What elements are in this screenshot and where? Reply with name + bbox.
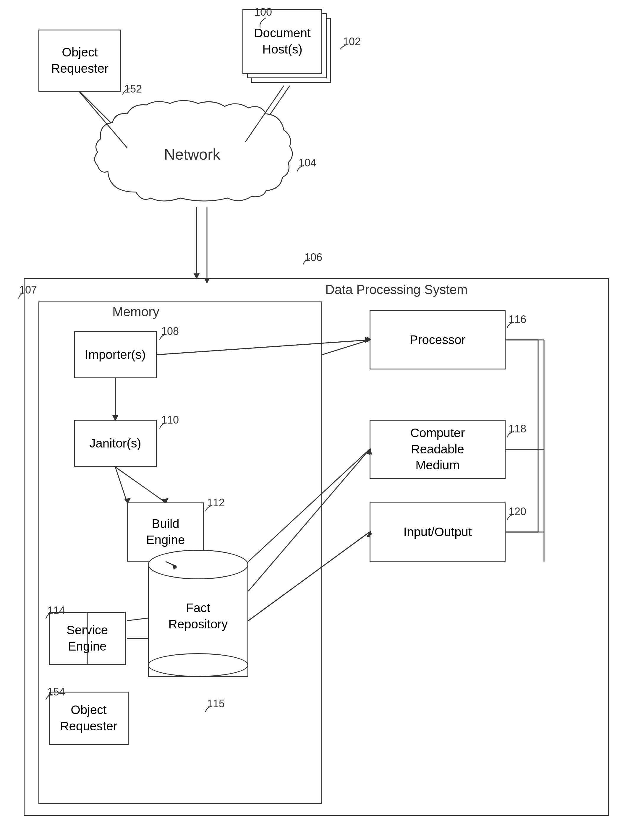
processor-box: Processor — [370, 310, 506, 369]
ref-154-arrow — [44, 693, 55, 701]
service-engine-box: ServiceEngine — [49, 612, 126, 665]
diagram-container: DocumentHost(s) 100 102 ObjectRequester … — [0, 0, 633, 840]
cylinder-top — [148, 550, 248, 579]
dps-label: Data Processing System — [325, 282, 468, 297]
ref-106-arrow — [302, 257, 312, 266]
ref-152-arrow — [121, 87, 131, 96]
ref-118-arrow — [506, 430, 516, 439]
cylinder-body: FactRepository — [148, 565, 248, 677]
fact-repository-label: FactRepository — [169, 601, 228, 631]
janitors-box: Janitor(s) — [74, 420, 157, 467]
object-requester-top: ObjectRequester — [38, 30, 121, 92]
document-host-label: DocumentHost(s) — [254, 26, 310, 56]
svg-text:Network: Network — [164, 146, 221, 163]
document-host-stack: DocumentHost(s) — [242, 9, 337, 86]
ref-102-arrow — [339, 43, 350, 52]
crm-box: ComputerReadableMedium — [370, 420, 506, 479]
object-requester-bottom-box: ObjectRequester — [49, 692, 128, 745]
network-cloud: Network — [92, 98, 293, 207]
importers-box: Importer(s) — [74, 331, 157, 378]
ref-114-arrow — [44, 611, 55, 620]
doc-page-front: DocumentHost(s) — [242, 9, 322, 74]
cylinder-bottom — [148, 653, 248, 677]
ref-115-arrow — [204, 704, 214, 713]
ref-116-arrow — [506, 321, 516, 330]
ref-104-arrow — [296, 164, 306, 173]
io-box: Input/Output — [370, 502, 506, 562]
ref-120-arrow — [506, 513, 516, 522]
memory-label: Memory — [112, 305, 159, 319]
ref-107-arrow — [17, 291, 27, 300]
ref-110-arrow — [158, 421, 169, 430]
ref-100-arrow — [257, 16, 269, 28]
fact-repository-cylinder: FactRepository — [148, 550, 248, 692]
ref-112-arrow — [204, 504, 214, 513]
ref-108-arrow — [158, 333, 169, 341]
